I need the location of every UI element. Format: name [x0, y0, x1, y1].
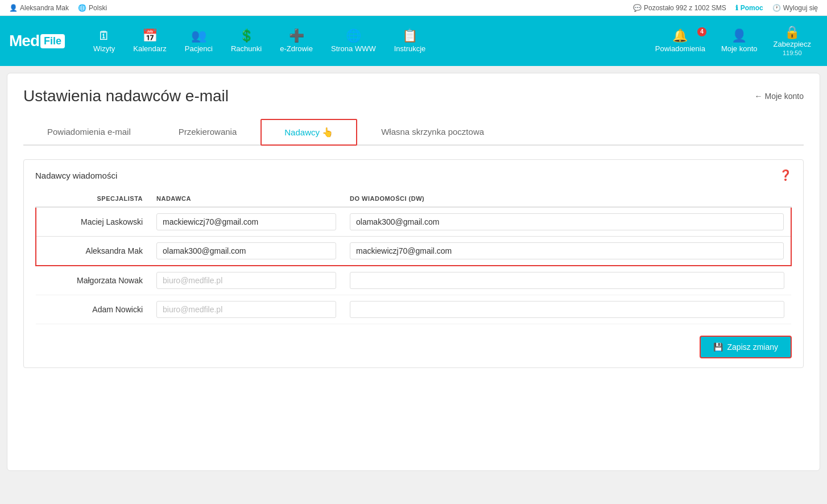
- sender-adam-cell[interactable]: [150, 295, 343, 324]
- nav-powiadomienia-label: Powiadomienia: [655, 44, 705, 53]
- logo-file: File: [40, 34, 65, 48]
- col-header-specialist: SPECJALISTA: [36, 191, 150, 207]
- sender-adam-input[interactable]: [156, 301, 336, 318]
- lock-icon: 🔒: [784, 26, 800, 39]
- notifications-badge: 4: [697, 27, 706, 36]
- sender-aleksandra-cell[interactable]: [150, 237, 343, 266]
- senders-section: Nadawcy wiadomości ❓ SPECJALISTA NADAWCA…: [23, 159, 804, 368]
- nav-powiadomienia[interactable]: 4 🔔 Powiadomienia: [648, 25, 712, 57]
- nav-moje-konto-label: Moje konto: [721, 44, 758, 53]
- nav-strona-www-label: Strona WWW: [331, 44, 376, 53]
- help-link[interactable]: ℹ Pomoc: [735, 4, 763, 12]
- nav-strona-www[interactable]: 🌐 Strona WWW: [323, 25, 384, 57]
- save-label: Zapisz zmiany: [727, 342, 778, 352]
- logo[interactable]: Med File: [9, 32, 72, 50]
- top-bar: 👤 Aleksandra Mak 🌐 Polski 💬 Pozostało 99…: [0, 0, 827, 16]
- cc-adam-input[interactable]: [350, 301, 784, 318]
- nav-items: 🗓 Wizyty 📅 Kalendarz 👥 Pacjenci 💲 Rachun…: [85, 25, 648, 57]
- table-row-adam: Adam Nowicki: [36, 295, 791, 324]
- section-title: Nadawcy wiadomości: [35, 171, 117, 180]
- logout-link[interactable]: 🕐 Wyloguj się: [772, 4, 818, 12]
- cursor-icon: 👆: [322, 127, 333, 138]
- save-button[interactable]: 💾 Zapisz zmiany: [700, 336, 792, 358]
- content-area: Ustawienia nadawców e-mail ← Moje konto …: [7, 73, 820, 471]
- cc-aleksandra-input[interactable]: [350, 242, 784, 259]
- sender-aleksandra-input[interactable]: [156, 242, 336, 259]
- back-arrow-icon: ←: [755, 92, 763, 101]
- bell-icon: 🔔: [672, 30, 688, 42]
- table-header: SPECJALISTA NADAWCA DO WIADOMOŚCI (DW): [36, 191, 791, 207]
- logo-med: Med: [9, 32, 39, 50]
- navbar: Med File 🗓 Wizyty 📅 Kalendarz 👥 Pacjenci…: [0, 16, 827, 66]
- nav-pacjenci-label: Pacjenci: [185, 44, 213, 53]
- col-header-sender: NADAWCA: [150, 191, 343, 207]
- cc-malgorzata-input[interactable]: [350, 272, 784, 289]
- account-icon: 👤: [731, 30, 747, 42]
- nav-zabezpiecz[interactable]: 🔒 Zabezpiecz 119:50: [767, 22, 818, 61]
- specialist-adam: Adam Nowicki: [36, 295, 150, 324]
- nav-rachunki-label: Rachunki: [231, 44, 262, 53]
- globe-icon: 🌐: [78, 4, 86, 12]
- tab-wlasna-skrzynka[interactable]: Własna skrzynka pocztowa: [357, 119, 508, 146]
- tab-przekierowania[interactable]: Przekierowania: [155, 119, 261, 146]
- sender-malgorzata-cell[interactable]: [150, 266, 343, 295]
- back-label: Moje konto: [765, 92, 804, 101]
- col-header-cc: DO WIADOMOŚCI (DW): [343, 191, 791, 207]
- patients-icon: 👥: [191, 30, 206, 42]
- sms-counter: 💬 Pozostało 992 z 1002 SMS: [633, 4, 726, 12]
- cc-aleksandra-cell[interactable]: [343, 237, 791, 266]
- sender-maciej-input[interactable]: [156, 213, 336, 230]
- nav-wizyty-label: Wizyty: [93, 44, 115, 53]
- cc-malgorzata-cell[interactable]: [343, 266, 791, 295]
- tab-powiadomienia-email[interactable]: Powiadomienia e-mail: [23, 119, 155, 146]
- nav-ezdrowie-label: e-Zdrowie: [280, 44, 313, 53]
- tabs: Powiadomienia e-mail Przekierowania Nada…: [23, 119, 804, 146]
- specialist-aleksandra: Aleksandra Mak: [36, 237, 150, 266]
- save-button-row: 💾 Zapisz zmiany: [35, 336, 792, 358]
- dollar-icon: 💲: [239, 30, 254, 42]
- nav-instrukcje-label: Instrukcje: [394, 44, 426, 53]
- table-row-malgorzata: Małgorzata Nowak: [36, 266, 791, 295]
- nav-instrukcje[interactable]: 📋 Instrukcje: [386, 25, 434, 57]
- page-title: Ustawienia nadawców e-mail: [23, 87, 229, 105]
- nav-zabezpiecz-time: 119:50: [783, 49, 802, 56]
- nav-rachunki[interactable]: 💲 Rachunki: [223, 25, 270, 57]
- calendar-icon: 📅: [142, 30, 158, 42]
- language-label: Polski: [89, 4, 107, 12]
- sms-icon: 💬: [633, 4, 642, 12]
- nav-wizyty[interactable]: 🗓 Wizyty: [85, 25, 123, 57]
- back-to-account-link[interactable]: ← Moje konto: [755, 92, 804, 101]
- specialist-malgorzata: Małgorzata Nowak: [36, 266, 150, 295]
- user-menu[interactable]: 👤 Aleksandra Mak: [9, 4, 69, 12]
- page-header: Ustawienia nadawców e-mail ← Moje konto: [23, 87, 804, 105]
- nav-ezdrowie[interactable]: ➕ e-Zdrowie: [272, 25, 321, 57]
- nav-zabezpiecz-label: Zabezpiecz: [774, 40, 811, 48]
- cc-maciej-cell[interactable]: [343, 207, 791, 237]
- save-icon: 💾: [713, 342, 723, 352]
- logout-label: Wyloguj się: [783, 4, 818, 12]
- nav-kalendarz[interactable]: 📅 Kalendarz: [125, 25, 175, 57]
- cc-maciej-input[interactable]: [350, 213, 784, 230]
- nav-moje-konto[interactable]: 👤 Moje konto: [714, 25, 764, 57]
- cc-adam-cell[interactable]: [343, 295, 791, 324]
- table-row-aleksandra: Aleksandra Mak: [36, 237, 791, 266]
- nav-right: 4 🔔 Powiadomienia 👤 Moje konto 🔒 Zabezpi…: [648, 22, 818, 61]
- globe-nav-icon: 🌐: [346, 30, 361, 42]
- language-selector[interactable]: 🌐 Polski: [78, 4, 107, 12]
- username: Aleksandra Mak: [20, 4, 69, 12]
- sender-maciej-cell[interactable]: [150, 207, 343, 237]
- sender-malgorzata-input[interactable]: [156, 272, 336, 289]
- plus-icon: ➕: [289, 30, 304, 42]
- table-row-maciej: Maciej Laskowski: [36, 207, 791, 237]
- calendar-check-icon: 🗓: [98, 30, 110, 42]
- help-circle-icon[interactable]: ❓: [779, 169, 792, 181]
- clock-icon: 🕐: [772, 4, 781, 12]
- user-icon: 👤: [9, 4, 18, 12]
- instructions-icon: 📋: [402, 30, 417, 42]
- section-header: Nadawcy wiadomości ❓: [35, 169, 792, 181]
- help-label: Pomoc: [741, 4, 763, 12]
- nav-pacjenci[interactable]: 👥 Pacjenci: [177, 25, 221, 57]
- specialist-maciej: Maciej Laskowski: [36, 207, 150, 237]
- tab-nadawcy[interactable]: Nadawcy 👆: [260, 119, 357, 146]
- nav-kalendarz-label: Kalendarz: [133, 44, 167, 53]
